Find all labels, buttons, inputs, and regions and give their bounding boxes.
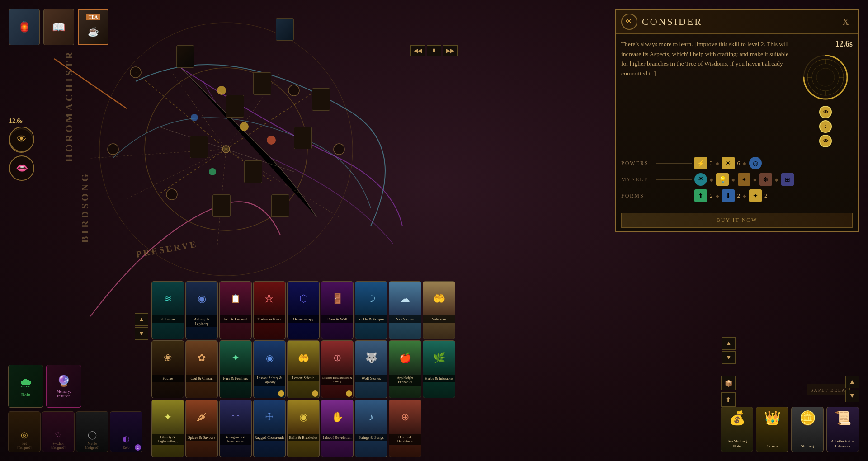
lesson-badge-3 — [346, 390, 352, 397]
map-card-5[interactable] — [226, 95, 244, 118]
resurgences-card[interactable]: ↑↑ Resurgences & Emergences — [219, 400, 252, 457]
inventory-button[interactable]: 📦 — [721, 376, 736, 390]
bottomright-down-button[interactable]: ▼ — [845, 390, 859, 402]
right-side-buttons: 📦 ⬆ — [721, 376, 736, 407]
wolf-stories-card[interactable]: 🐺 Wolf Stories — [355, 340, 387, 398]
applebright-card[interactable]: 🍎 Applebright Euphonies — [389, 340, 421, 398]
myself-line — [656, 179, 692, 180]
killasimi-card[interactable]: ≋ Killasimi — [151, 281, 184, 339]
pause-button[interactable]: ⏸ — [427, 45, 441, 56]
export-button[interactable]: ⬆ — [721, 392, 736, 407]
tridesma-hiera-card[interactable]: ⛤ Tridesma Hiera — [253, 281, 286, 339]
eye-button[interactable]: 👁 — [9, 127, 34, 152]
bottomright-up-button[interactable]: ▲ — [845, 376, 859, 388]
ouranoscopy-card[interactable]: ⬡ Ouranoscopy — [287, 281, 320, 339]
ten-shilling-icon: 💰 — [729, 410, 745, 426]
tea-card[interactable]: TEA ☕ — [78, 9, 108, 45]
powers-label: POWERS — [621, 160, 653, 167]
map-label-horomachistr: HOROMACHISTR — [63, 50, 75, 162]
inks-revelation-card[interactable]: ✋ Inks of Revelation — [321, 400, 354, 457]
powers-row: POWERS ⚡ 3 ◆ ☀ 6 ◆ ◎ — [621, 157, 853, 169]
lesson-resurgences-card[interactable]: ⊕ Lesson: Resurgences & Emerg. — [321, 340, 354, 398]
card-scroll-arrows-left: ▲ ▼ — [135, 313, 148, 340]
crown-card[interactable]: 👑 Crown — [756, 407, 788, 452]
consider-header: 👁 Consider X — [616, 10, 858, 34]
spices-savours-card[interactable]: 🌶 Spices & Savours — [185, 400, 218, 457]
myself-icon-4: ❋ — [760, 173, 772, 186]
myself-row: MYSELF 👁 ◆ 💡 ◆ ✦ ◆ ❋ ◆ ⊞ — [621, 173, 853, 186]
map-card-10[interactable] — [271, 194, 289, 217]
svg-line-12 — [127, 149, 226, 199]
svg-point-1 — [99, 23, 353, 276]
rewind-button[interactable]: ◀◀ — [410, 45, 425, 56]
map-card-7[interactable] — [190, 136, 208, 158]
memory-card[interactable]: 🔮 Memory:Intuition — [46, 365, 81, 408]
power-icon-2: ☀ — [722, 157, 735, 169]
map-card-8[interactable] — [244, 160, 262, 183]
door-wall-card[interactable]: 🚪 Door & Wall — [321, 281, 354, 339]
sabazine-card[interactable]: 🤲 Sabazine — [423, 281, 455, 339]
scroll-right-down-button[interactable]: ▼ — [722, 351, 736, 364]
strings-songs-card[interactable]: ♪ Strings & Songs — [355, 400, 387, 457]
scroll-up-button[interactable]: ▲ — [135, 313, 148, 326]
coil-chasm-card[interactable]: ✿ Coil & Chasm — [185, 340, 218, 398]
glasiety-card[interactable]: ✦ Glasiety & Lightsmithing — [151, 400, 184, 457]
svg-point-19 — [108, 144, 118, 155]
ereb-card[interactable]: ◐ Ereb 2 — [110, 411, 142, 452]
map-card-1[interactable] — [276, 18, 294, 41]
lantern-card[interactable]: 🏮 — [9, 9, 40, 45]
buy-button[interactable]: BUY IT NOW — [621, 213, 853, 228]
svg-point-24 — [209, 168, 216, 175]
scroll-down-button[interactable]: ▼ — [135, 327, 148, 340]
desires-disolutions-card[interactable]: ⊕ Desires & Disolutions — [389, 400, 421, 457]
librarian-letter-name: A Letter to the Librarian — [829, 439, 857, 449]
lips-button[interactable]: 👄 — [9, 155, 34, 181]
lesson-badge-2 — [312, 390, 318, 397]
consider-close-button[interactable]: X — [839, 15, 853, 29]
scroll-right-up-button[interactable]: ▲ — [722, 337, 736, 350]
power-count-1: 3 — [710, 160, 713, 167]
saplt-bela-label: SAPLT BELA — [807, 384, 850, 395]
map-card-6[interactable] — [294, 127, 312, 149]
game-map[interactable]: HOROMACHISTR BIRDSONG NYCTODROMÝ OLEKOSO… — [0, 0, 868, 461]
ten-shilling-name: Ten Shilling Note — [723, 439, 751, 449]
anbary-lapidary-card[interactable]: ◉ Anbary & Lapidary — [185, 281, 218, 339]
tea-label: TEA — [86, 14, 100, 20]
librarian-letter-card[interactable]: 📜 A Letter to the Librarian — [826, 407, 859, 452]
sky-stories-card[interactable]: ☁ Sky Stories — [389, 281, 421, 339]
lesson-sabazin-card[interactable]: 🤲 Lesson: Sabazin — [287, 340, 320, 398]
myself-icon-3: ✦ — [738, 173, 750, 186]
ragged-crossroads-card[interactable]: ☩ Ragged Crossroads — [253, 400, 286, 457]
timer-token-3: 👁 — [819, 135, 832, 147]
forms-icon-2: ⬇ — [722, 189, 735, 202]
rain-card[interactable]: 🌧 Rain — [8, 365, 43, 408]
forms-icon-1: ⬆ — [694, 189, 707, 202]
ten-shilling-card[interactable]: 💰 Ten Shilling Note — [721, 407, 753, 452]
chor-fatigued-card[interactable]: ♡ ++Chor[fatigued] — [42, 411, 75, 452]
map-card-9[interactable] — [212, 194, 231, 217]
lesson-anbary-card[interactable]: ◉ Lesson: Anbary & Lapidary — [253, 340, 286, 398]
furs-feathers-card[interactable]: ✦ Furs & Feathers — [219, 340, 252, 398]
map-card-2[interactable] — [176, 45, 194, 68]
shilling-card[interactable]: 🪙 Shilling — [791, 407, 824, 452]
mettle-fatigued-card[interactable]: ◯ Mettle[fatigued] — [76, 411, 108, 452]
fet-fatigued-card[interactable]: ◎ Fét[fatigued] — [8, 411, 41, 452]
forms-label: FORMS — [621, 193, 653, 199]
timer-tokens: 👁 2 👁 — [819, 106, 832, 147]
bottomright-arrows: ▲ ▼ — [845, 376, 859, 402]
map-card-3[interactable] — [253, 72, 271, 95]
bells-brazieries-card[interactable]: ◉ Bells & Brazieries — [287, 400, 320, 457]
edicts-liminal-card[interactable]: 📋 Edicts Liminal — [219, 281, 252, 339]
librarian-letter-icon: 📜 — [835, 410, 851, 426]
herbs-infusions-card[interactable]: 🌿 Herbs & Infusions — [423, 340, 455, 398]
power-count-2: 6 — [737, 160, 741, 167]
fucine-card[interactable]: ❀ Fucine — [151, 340, 184, 398]
book-card[interactable]: 📖 — [43, 9, 74, 45]
map-card-4[interactable] — [312, 88, 330, 111]
fatigued-cards: ◎ Fét[fatigued] ♡ ++Chor[fatigued] ◯ Met… — [8, 411, 142, 452]
svg-point-13 — [222, 146, 230, 153]
power-icon-1: ⚡ — [694, 157, 707, 169]
sickle-eclipse-card[interactable]: ☽ Sickle & Eclipse — [355, 281, 387, 339]
forms-row: FORMS ⬆ 2 ◆ ⬇ 2 ◆ ✦ 2 — [621, 189, 853, 202]
forward-button[interactable]: ▶▶ — [443, 45, 458, 56]
